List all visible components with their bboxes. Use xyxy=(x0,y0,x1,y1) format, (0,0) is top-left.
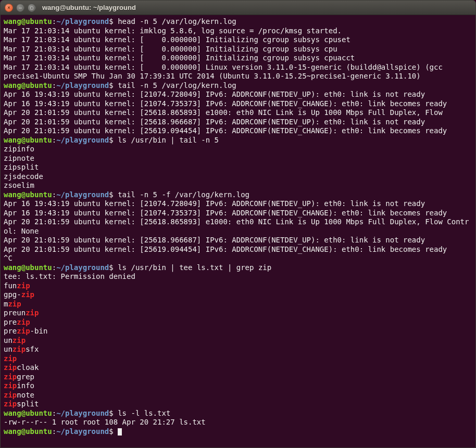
grep-match: zip xyxy=(26,309,39,317)
output-line: Apr 16 19:43:19 ubuntu kernel: [21074.72… xyxy=(4,90,472,99)
grep-text: un xyxy=(4,336,12,344)
grep-text: info xyxy=(17,381,34,390)
output-line: Apr 20 21:01:59 ubuntu kernel: [25618.96… xyxy=(4,236,472,245)
grep-output-line: prezip xyxy=(4,318,472,327)
grep-text: note xyxy=(17,391,34,399)
grep-text: sfx xyxy=(26,345,39,353)
prompt: wang@ubuntu:~/playground$ xyxy=(4,136,118,144)
close-icon[interactable]: × xyxy=(5,4,13,12)
output-line: Mar 17 21:03:14 ubuntu kernel: [ 0.00000… xyxy=(4,54,472,63)
prompt: wang@ubuntu:~/playground$ xyxy=(4,409,118,417)
grep-output-line: funzip xyxy=(4,281,472,291)
command-text: ls -l ls.txt xyxy=(118,409,170,417)
grep-match: zip xyxy=(4,373,17,381)
output-line: precise1-Ubuntu SMP Thu Jan 30 17:39:31 … xyxy=(4,72,472,81)
output-line: Apr 20 21:01:59 ubuntu kernel: [25618.86… xyxy=(4,217,472,236)
window-controls: × – ▢ xyxy=(5,4,36,12)
grep-match: zip xyxy=(4,400,17,408)
terminal-body[interactable]: wang@ubuntu:~/playground$ head -n 5 /var… xyxy=(1,15,475,448)
command-line: wang@ubuntu:~/playground$ xyxy=(4,427,472,437)
command-line: wang@ubuntu:~/playground$ ls -l ls.txt xyxy=(4,409,472,418)
output-line: zipinfo xyxy=(4,145,472,154)
prompt: wang@ubuntu:~/playground$ xyxy=(4,263,118,272)
output-line: Apr 16 19:43:19 ubuntu kernel: [21074.72… xyxy=(4,199,472,209)
grep-match: zip xyxy=(12,345,26,353)
titlebar[interactable]: × – ▢ wang@ubuntu: ~/playground xyxy=(1,1,475,15)
command-text: ls /usr/bin | tee ls.txt | grep zip xyxy=(118,263,271,272)
grep-output-line: gpg-zip xyxy=(4,290,472,300)
grep-match: zip xyxy=(12,336,26,344)
command-text: tail -n 5 /var/log/kern.log xyxy=(118,81,236,89)
prompt: wang@ubuntu:~/playground$ xyxy=(4,190,118,199)
grep-text: gpg- xyxy=(4,290,21,299)
command-line: wang@ubuntu:~/playground$ tail -n 5 /var… xyxy=(4,81,472,91)
grep-text: cloak xyxy=(17,363,39,372)
grep-text: preun xyxy=(4,309,26,317)
grep-text: pre xyxy=(4,318,17,326)
output-line: zipsplit xyxy=(4,163,472,172)
command-text: head -n 5 /var/log/kern.log xyxy=(118,17,236,25)
command-text: tail -n 5 -f /var/log/kern.log xyxy=(118,190,249,199)
cursor xyxy=(118,428,122,436)
grep-text: pre xyxy=(4,327,17,335)
grep-output-line: unzip xyxy=(4,336,472,345)
output-line: Apr 20 21:01:59 ubuntu kernel: [25618.96… xyxy=(4,118,472,127)
grep-text: grep xyxy=(17,373,34,381)
grep-match: zip xyxy=(4,363,17,372)
output-line: Mar 17 21:03:14 ubuntu kernel: [ 0.00000… xyxy=(4,45,472,54)
grep-text: split xyxy=(17,400,39,408)
output-line: Apr 20 21:01:59 ubuntu kernel: [25618.86… xyxy=(4,108,472,118)
prompt: wang@ubuntu:~/playground$ xyxy=(4,81,118,89)
output-line: tee: ls.txt: Permission denied xyxy=(4,272,472,281)
terminal-window: × – ▢ wang@ubuntu: ~/playground wang@ubu… xyxy=(0,0,476,448)
grep-match: zip xyxy=(21,290,34,299)
grep-text: fun xyxy=(4,281,17,290)
grep-output-line: mzip xyxy=(4,300,472,309)
command-line: wang@ubuntu:~/playground$ tail -n 5 -f /… xyxy=(4,190,472,200)
command-line: wang@ubuntu:~/playground$ ls /usr/bin | … xyxy=(4,263,472,273)
output-line: Mar 17 21:03:14 ubuntu kernel: imklog 5.… xyxy=(4,27,472,36)
grep-text: un xyxy=(4,345,12,353)
maximize-icon[interactable]: ▢ xyxy=(28,4,36,12)
command-line: wang@ubuntu:~/playground$ ls /usr/bin | … xyxy=(4,136,472,145)
output-line: zipnote xyxy=(4,154,472,163)
output-line: Apr 20 21:01:59 ubuntu kernel: [25619.09… xyxy=(4,245,472,254)
grep-output-line: zipnote xyxy=(4,391,472,400)
grep-output-line: preunzip xyxy=(4,309,472,318)
grep-match: zip xyxy=(17,281,30,290)
window-title: wang@ubuntu: ~/playground xyxy=(42,4,136,11)
grep-match: zip xyxy=(4,391,17,399)
command-line: wang@ubuntu:~/playground$ head -n 5 /var… xyxy=(4,17,472,27)
grep-text: -bin xyxy=(30,327,48,335)
output-line: zjsdecode xyxy=(4,172,472,182)
output-line: Mar 17 21:03:14 ubuntu kernel: [ 0.00000… xyxy=(4,35,472,45)
grep-match: zip xyxy=(4,381,17,390)
output-line: Apr 16 19:43:19 ubuntu kernel: [21074.73… xyxy=(4,209,472,218)
grep-match: zip xyxy=(4,354,17,363)
prompt: wang@ubuntu:~/playground$ xyxy=(4,17,118,25)
output-line: Apr 20 21:01:59 ubuntu kernel: [25619.09… xyxy=(4,126,472,136)
command-text: ls /usr/bin | tail -n 5 xyxy=(118,136,219,144)
grep-match: zip xyxy=(8,300,21,308)
grep-output-line: zipcloak xyxy=(4,363,472,373)
output-line: ^C xyxy=(4,254,472,263)
grep-output-line: unzipsfx xyxy=(4,345,472,354)
grep-output-line: zip xyxy=(4,354,472,364)
prompt: wang@ubuntu:~/playground$ xyxy=(4,427,118,436)
output-line: Mar 17 21:03:14 ubuntu kernel: [ 0.00000… xyxy=(4,63,472,72)
grep-output-line: zipsplit xyxy=(4,400,472,409)
grep-output-line: zipinfo xyxy=(4,381,472,391)
output-line: zsoelim xyxy=(4,181,472,190)
grep-match: zip xyxy=(17,318,30,326)
grep-match: zip xyxy=(17,327,30,335)
minimize-icon[interactable]: – xyxy=(16,4,24,12)
output-line: -rw-r--r-- 1 root root 108 Apr 20 21:27 … xyxy=(4,418,472,427)
output-line: Apr 16 19:43:19 ubuntu kernel: [21074.73… xyxy=(4,99,472,109)
grep-output-line: prezip-bin xyxy=(4,327,472,336)
grep-output-line: zipgrep xyxy=(4,373,472,382)
